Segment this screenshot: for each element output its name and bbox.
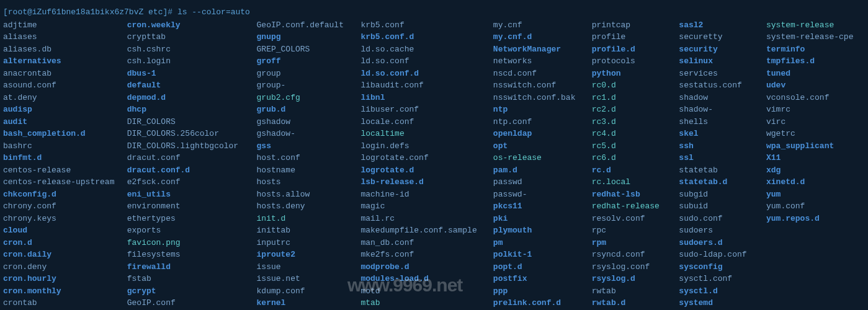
prompt-bracket-close: ]#: [163, 7, 172, 17]
ls-entry: xinetd.d: [766, 176, 865, 188]
ls-entry: cron.daily: [3, 249, 116, 261]
ls-entry: GeoIP.conf: [127, 297, 246, 309]
ls-entry: cron.deny: [3, 261, 116, 273]
ls-entry: sysctl.d: [679, 285, 755, 298]
ls-entry: DIR_COLORS: [127, 116, 246, 128]
ls-entry: group-: [257, 79, 350, 92]
ls-entry: statetab.d: [679, 176, 755, 188]
ls-entry: gcrypt: [127, 285, 246, 298]
ls-entry: yum.conf: [766, 200, 865, 213]
ls-entry: dracut.conf.d: [127, 164, 246, 177]
ls-entry: cron.d: [3, 237, 116, 249]
ls-entry: group: [257, 68, 350, 80]
ls-entry: tuned: [766, 68, 865, 80]
ls-entry: anacrontab: [3, 68, 116, 80]
ls-entry: logrotate.conf: [360, 152, 481, 164]
ls-entry: sestatus.conf: [679, 79, 755, 92]
ls-entry: grub2.cfg: [257, 92, 350, 104]
ls-entry: cloud: [3, 224, 116, 237]
ls-entry: securetty: [679, 31, 755, 43]
ls-entry: hosts.allow: [257, 188, 350, 201]
ls-entry: rc3.d: [592, 116, 668, 128]
ls-entry: ethertypes: [127, 213, 246, 225]
ls-entry: pki: [493, 213, 581, 225]
ls-column: sasl2securettysecurityselinuxservicesses…: [679, 19, 755, 309]
ls-entry: tmpfiles.d: [766, 55, 865, 68]
ls-column: printcapprofileprofile.dprotocolspythonr…: [592, 19, 668, 309]
ls-entry: host.conf: [257, 152, 350, 164]
ls-entry: system-release-cpe: [766, 31, 865, 43]
ls-entry: ld.so.conf: [360, 55, 481, 68]
ls-entry: rc0.d: [592, 79, 668, 92]
ls-entry: rwtab: [592, 285, 668, 298]
ls-entry: sudoers: [679, 224, 755, 237]
ls-entry: mtab: [360, 297, 481, 309]
ls-entry: nsswitch.conf: [493, 79, 581, 92]
ls-entry: adjtime: [3, 19, 116, 32]
ls-entry: polkit-1: [493, 249, 581, 261]
ls-entry: rc2.d: [592, 104, 668, 116]
ls-entry: profile: [592, 31, 668, 43]
ls-entry: udev: [766, 79, 865, 92]
prompt-command: ls --color=auto: [177, 7, 250, 17]
ls-entry: rwtab.d: [592, 297, 668, 309]
ls-entry: rpc: [592, 224, 668, 237]
ls-entry: issue.net: [257, 273, 350, 285]
ls-entry: binfmt.d: [3, 152, 116, 164]
ls-entry: plymouth: [493, 224, 581, 237]
ls-entry: shells: [679, 116, 755, 128]
ls-entry: protocols: [592, 55, 668, 68]
ls-entry: rc4.d: [592, 128, 668, 140]
ls-entry: audisp: [3, 104, 116, 116]
ls-entry: alternatives: [3, 55, 116, 68]
ls-entry: networks: [493, 55, 581, 68]
ls-entry: locale.conf: [360, 116, 481, 128]
ls-entry: passwd: [493, 176, 581, 188]
prompt-line: [root@iZuf61bne18a1bikx6z7bvZ etc]# ls -…: [3, 6, 865, 19]
ls-entry: my.cnf.d: [493, 31, 581, 43]
ls-entry: profile.d: [592, 43, 668, 56]
ls-entry: logrotate.d: [360, 164, 481, 177]
ls-entry: issue: [257, 261, 350, 273]
ls-entry: vconsole.conf: [766, 92, 865, 104]
ls-entry: iproute2: [257, 249, 350, 261]
ls-entry: csh.cshrc: [127, 43, 246, 56]
ls-entry: fstab: [127, 273, 246, 285]
ls-entry: chkconfig.d: [3, 188, 116, 201]
ls-entry: hostname: [257, 164, 350, 177]
ls-entry: hosts.deny: [257, 200, 350, 213]
ls-entry: mke2fs.conf: [360, 249, 481, 261]
ls-entry: pm: [493, 237, 581, 249]
ls-entry: ppp: [493, 285, 581, 298]
ls-entry: sudoers.d: [679, 237, 755, 249]
ls-entry: X11: [766, 152, 865, 164]
ls-entry: hosts: [257, 176, 350, 188]
ls-entry: dracut.conf: [127, 152, 246, 164]
ls-entry: rc1.d: [592, 92, 668, 104]
ls-entry: chrony.conf: [3, 200, 116, 213]
ls-entry: grub.d: [257, 104, 350, 116]
ls-column: adjtimealiasesaliases.dbalternativesanac…: [3, 19, 116, 309]
ls-entry: init.d: [257, 213, 350, 225]
ls-column: krb5.confkrb5.conf.dld.so.cacheld.so.con…: [360, 19, 481, 309]
prompt-cwd: etc: [148, 7, 163, 17]
ls-entry: cron.hourly: [3, 273, 116, 285]
ls-entry: services: [679, 68, 755, 80]
ls-entry: crypttab: [127, 31, 246, 43]
ls-entry: terminfo: [766, 43, 865, 56]
ls-entry: aliases.db: [3, 43, 116, 56]
ls-entry: dbus-1: [127, 68, 246, 80]
ls-entry: sysconfig: [679, 261, 755, 273]
ls-entry: depmod.d: [127, 92, 246, 104]
ls-entry: postfix: [493, 273, 581, 285]
ls-entry: krb5.conf: [360, 19, 481, 32]
ls-entry: ssl: [679, 152, 755, 164]
ls-entry: popt.d: [493, 261, 581, 273]
ls-entry: gnupg: [257, 31, 350, 43]
ls-entry: modules-load.d: [360, 273, 481, 285]
ls-entry: nscd.conf: [493, 68, 581, 80]
ls-entry: modprobe.d: [360, 261, 481, 273]
ls-entry: shadow-: [679, 104, 755, 116]
ls-entry: sudo-ldap.conf: [679, 249, 755, 261]
ls-entry: shadow: [679, 92, 755, 104]
